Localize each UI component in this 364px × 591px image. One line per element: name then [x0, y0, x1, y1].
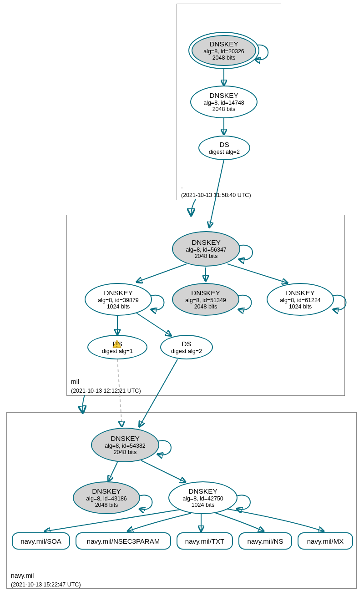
zone-mil-name: mil	[71, 378, 79, 385]
dnskey-root-zsk: DNSKEY alg=8, id=14748 2048 bits	[190, 86, 258, 118]
node-sub1: alg=8, id=54382	[105, 443, 146, 449]
dnskey-mil-51349: DNSKEY alg=8, id=51349 2048 bits	[172, 283, 239, 316]
node-sub2: 1024 bits	[289, 303, 312, 310]
node-sub1: digest alg=1	[102, 348, 133, 354]
rr-txt: navy.mil/TXT	[177, 532, 233, 550]
node-title: DS	[182, 340, 192, 348]
node-sub2: 2048 bits	[95, 502, 118, 508]
zone-navymil-date: (2021-10-13 15:22:47 UTC)	[11, 581, 81, 588]
node-title: DNSKEY	[209, 40, 238, 48]
node-sub1: alg=8, id=51349	[185, 297, 226, 303]
node-sub2: 2048 bits	[195, 253, 218, 259]
dnskey-navymil-ksk: DNSKEY alg=8, id=54382 2048 bits	[91, 428, 159, 462]
node-sub1: alg=8, id=56347	[186, 247, 227, 253]
node-sub1: alg=8, id=61224	[280, 297, 321, 303]
node-sub1: digest alg=2	[209, 149, 240, 155]
node-sub2: 1024 bits	[192, 502, 215, 508]
node-sub2: 2048 bits	[114, 449, 137, 455]
zone-root-date: (2021-10-13 11:58:40 UTC)	[181, 192, 251, 198]
zone-navymil-label: navy.mil (2021-10-13 15:22:47 UTC)	[11, 571, 81, 589]
ds-mil-alg1: DS digest alg=1	[87, 335, 147, 359]
rr-ns: navy.mil/NS	[238, 532, 292, 550]
dnskey-mil-ksk: DNSKEY alg=8, id=56347 2048 bits	[172, 231, 240, 267]
node-title: DNSKEY	[92, 487, 121, 495]
zone-mil-label: mil (2021-10-13 12:12:21 UTC)	[71, 378, 141, 395]
zone-mil-date: (2021-10-13 12:12:21 UTC)	[71, 388, 141, 394]
node-title: DNSKEY	[104, 289, 133, 297]
node-title: DNSKEY	[111, 434, 140, 443]
zone-navymil-name: navy.mil	[11, 572, 34, 579]
node-sub2: 2048 bits	[212, 106, 236, 112]
node-sub1: digest alg=2	[171, 348, 202, 354]
dnskey-root-ksk: DNSKEY alg=8, id=20326 2048 bits	[192, 35, 256, 66]
rr-mx: navy.mil/MX	[298, 532, 353, 550]
zone-root-name: .	[181, 182, 183, 190]
node-title: DNSKEY	[191, 289, 220, 297]
node-sub1: alg=8, id=39879	[98, 297, 139, 303]
ds-root: DS digest alg=2	[198, 136, 250, 160]
rr-soa: navy.mil/SOA	[12, 532, 70, 550]
svg-rect-14	[116, 346, 117, 347]
dnskey-navymil-43186: DNSKEY alg=8, id=43186 2048 bits	[73, 481, 140, 514]
dnskey-mil-61224: DNSKEY alg=8, id=61224 1024 bits	[267, 283, 334, 316]
zone-root-label: . (2021-10-13 11:58:40 UTC)	[181, 182, 251, 199]
node-sub2: 2048 bits	[194, 303, 217, 310]
dnskey-mil-39879: DNSKEY alg=8, id=39879 1024 bits	[85, 283, 152, 316]
dnskey-navymil-42750: DNSKEY alg=8, id=42750 1024 bits	[168, 481, 238, 514]
node-title: DS	[219, 141, 229, 149]
node-sub1: alg=8, id=43186	[86, 495, 127, 502]
node-title: DNSKEY	[286, 289, 315, 297]
node-sub2: 2048 bits	[212, 55, 236, 61]
node-title: DNSKEY	[192, 238, 221, 247]
rr-nsec3param: navy.mil/NSEC3PARAM	[76, 532, 171, 550]
dnskey-root-ksk-outer: DNSKEY alg=8, id=20326 2048 bits	[188, 32, 259, 69]
node-title: DNSKEY	[209, 91, 238, 100]
warning-icon	[112, 339, 121, 349]
ds-mil-alg2: DS digest alg=2	[160, 335, 213, 359]
node-sub1: alg=8, id=20326	[203, 48, 244, 55]
node-sub1: alg=8, id=14748	[203, 100, 244, 106]
node-sub2: 1024 bits	[107, 303, 130, 310]
svg-rect-13	[116, 342, 117, 345]
node-title: DNSKEY	[188, 487, 217, 495]
node-sub1: alg=8, id=42750	[182, 495, 223, 502]
